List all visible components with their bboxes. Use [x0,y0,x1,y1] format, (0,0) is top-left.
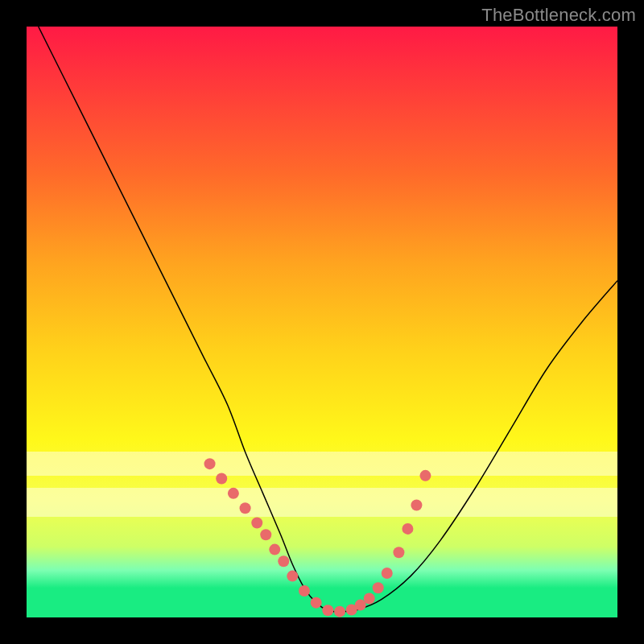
data-point [322,605,333,616]
data-point [311,597,322,609]
bottleneck-curve [39,27,617,612]
data-point [364,593,375,605]
data-point [334,606,345,617]
data-point [287,571,298,582]
data-point [204,458,216,469]
data-point [251,518,262,529]
data-point [240,502,251,514]
chart-svg [27,27,617,617]
data-points [204,458,431,617]
data-point [402,523,413,535]
data-point [260,529,271,540]
watermark-text: TheBottleneck.com [481,5,636,26]
data-point [411,500,422,511]
data-point [393,547,404,558]
data-point [269,544,280,555]
plot-area [27,27,617,617]
data-point [278,555,289,567]
data-point [216,473,227,485]
chart-frame: TheBottleneck.com [0,0,644,644]
data-point [373,582,384,593]
data-point [228,488,239,499]
data-point [419,470,431,481]
data-point [299,585,310,597]
data-point [382,568,393,579]
